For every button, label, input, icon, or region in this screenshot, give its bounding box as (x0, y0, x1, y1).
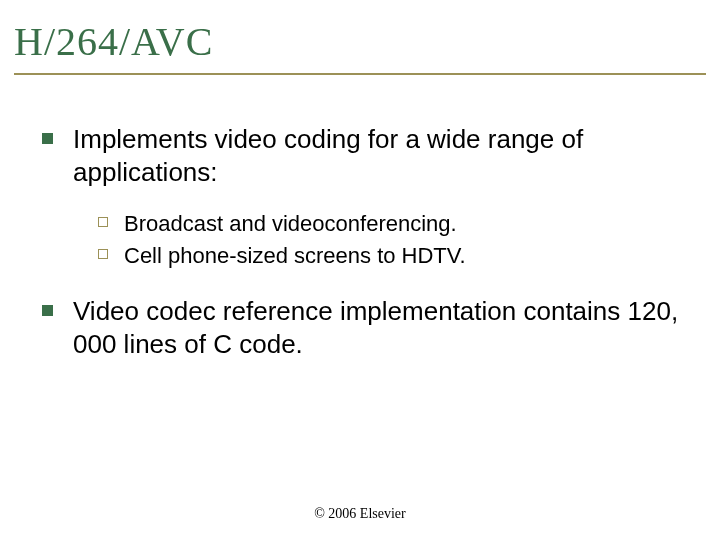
square-bullet-icon (42, 305, 53, 316)
slide-title: H/264/AVC (14, 18, 706, 65)
hollow-square-bullet-icon (98, 217, 108, 227)
sub-list-item-text: Cell phone-sized screens to HDTV. (124, 242, 466, 270)
sub-list: Broadcast and videoconferencing. Cell ph… (98, 210, 692, 269)
list-item: Video codec reference implementation con… (42, 295, 692, 360)
sub-list-item: Broadcast and videoconferencing. (98, 210, 692, 238)
sub-list-item: Cell phone-sized screens to HDTV. (98, 242, 692, 270)
list-item: Implements video coding for a wide range… (42, 123, 692, 188)
hollow-square-bullet-icon (98, 249, 108, 259)
sub-list-item-text: Broadcast and videoconferencing. (124, 210, 457, 238)
list-item-text: Implements video coding for a wide range… (73, 123, 692, 188)
list-item-text: Video codec reference implementation con… (73, 295, 692, 360)
square-bullet-icon (42, 133, 53, 144)
slide-content: Implements video coding for a wide range… (0, 75, 720, 360)
copyright-footer: © 2006 Elsevier (0, 506, 720, 522)
